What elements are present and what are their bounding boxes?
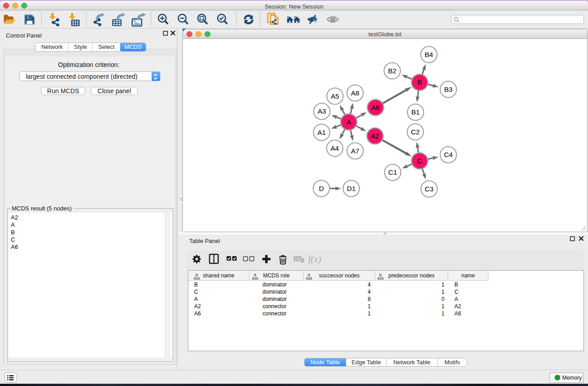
- svg-text:B: B: [417, 78, 422, 86]
- svg-text:f(x): f(x): [308, 254, 321, 265]
- svg-text:B2: B2: [388, 67, 397, 75]
- svg-text:D: D: [319, 185, 324, 192]
- svg-text:A7: A7: [351, 147, 359, 155]
- svg-text:C4: C4: [444, 151, 453, 158]
- svg-text:A4: A4: [330, 144, 339, 152]
- svg-text:C1: C1: [388, 168, 397, 176]
- svg-text:A1: A1: [317, 129, 326, 136]
- svg-text:A8: A8: [351, 89, 359, 97]
- svg-text:C3: C3: [425, 185, 434, 193]
- svg-text:B3: B3: [444, 86, 453, 93]
- svg-text:A: A: [346, 118, 351, 126]
- svg-text:B1: B1: [411, 108, 420, 116]
- svg-text:A2: A2: [371, 132, 379, 140]
- svg-text:C: C: [417, 157, 422, 165]
- svg-text:D1: D1: [347, 185, 356, 192]
- svg-text:B4: B4: [425, 51, 433, 58]
- svg-text:A6: A6: [371, 104, 380, 111]
- svg-text:A5: A5: [331, 92, 339, 100]
- svg-text:C2: C2: [411, 128, 420, 136]
- svg-text:A3: A3: [318, 107, 326, 115]
